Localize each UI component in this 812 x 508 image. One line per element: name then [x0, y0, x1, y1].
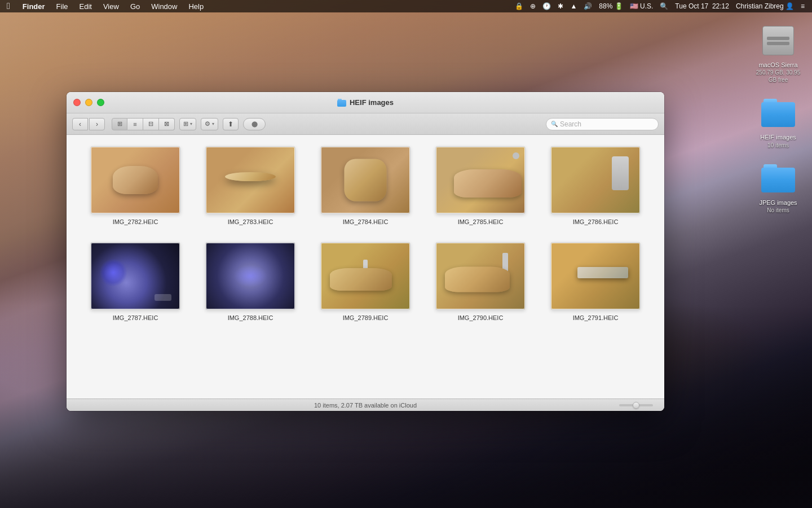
menubar-help[interactable]: Help [183, 0, 209, 12]
file-thumbnail-2786 [550, 146, 641, 214]
file-item-2788[interactable]: IMG_2788.HEIC [198, 242, 302, 321]
slider-thumb[interactable] [633, 402, 639, 409]
file-thumbnail-2790 [435, 242, 526, 310]
back-button[interactable]: ‹ [72, 118, 88, 130]
file-name-2785: IMG_2785.HEIC [458, 218, 504, 225]
file-item-2786[interactable]: IMG_2786.HEIC [544, 146, 647, 225]
folder-jpeg-img [760, 160, 796, 196]
file-name-2786: IMG_2786.HEIC [573, 218, 619, 225]
size-slider[interactable] [619, 404, 653, 406]
search-input[interactable] [560, 120, 654, 128]
menubar-file[interactable]: File [51, 0, 74, 12]
menubar-finder[interactable]: Finder [17, 0, 51, 12]
menubar-window[interactable]: Window [145, 0, 183, 12]
file-thumbnail-2783 [205, 146, 295, 214]
file-name-2783: IMG_2783.HEIC [228, 218, 273, 225]
view-icon-button[interactable]: ⊞ [112, 118, 127, 130]
apple-menu[interactable]:  [0, 0, 17, 12]
group-button[interactable]: ⊞ ▾ [179, 118, 196, 130]
menubar-bluetooth: ✱ [555, 0, 566, 12]
status-bar: 10 items, 2.07 TB available on iCloud [67, 398, 664, 411]
window-title-text: HEIF images [350, 98, 394, 107]
file-name-2789: IMG_2789.HEIC [343, 314, 389, 321]
menubar-edit[interactable]: Edit [74, 0, 98, 12]
menubar-notification-center[interactable]: ≡ [798, 0, 807, 12]
desktop-icon-jpeg-label: JPEG images No items [759, 199, 797, 214]
action-chevron: ▾ [212, 121, 214, 126]
window-titlebar: HEIF images [67, 92, 664, 113]
window-controls [67, 99, 104, 106]
hdd-icon-img [760, 23, 796, 59]
status-text: 10 items, 2.07 TB available on iCloud [314, 402, 417, 409]
window-toolbar: ‹ › ⊞ ≡ ⊟ ⊠ ⊞ ▾ ⚙ ▾ ⬆ ⬤ 🔍 [67, 113, 664, 135]
search-box[interactable]: 🔍 [546, 118, 659, 130]
file-thumbnail-2785 [435, 146, 526, 214]
file-item-2791[interactable]: IMG_2791.HEIC [544, 242, 647, 321]
file-item-2784[interactable]: IMG_2784.HEIC [314, 146, 417, 225]
forward-button[interactable]: › [89, 118, 105, 130]
hdd-icon-graphic [762, 26, 794, 55]
window-title: HEIF images [337, 98, 394, 107]
folder-heif-img [760, 95, 796, 131]
menubar-timemachine: 🕐 [540, 0, 554, 12]
finder-window: HEIF images ‹ › ⊞ ≡ ⊟ ⊠ ⊞ ▾ ⚙ ▾ ⬆ ⬤ [67, 92, 664, 411]
file-grid: IMG_2782.HEIC IMG_2783.HEIC IMG_2784.HEI… [67, 135, 664, 398]
view-cover-button[interactable]: ⊠ [159, 118, 175, 130]
menubar-language: 🇺🇸 U.S. [627, 0, 656, 12]
file-item-2785[interactable]: IMG_2785.HEIC [429, 146, 532, 225]
desktop-icon-macos-sierra[interactable]: macOS Sierra 250.79 GB, 30.95 GB free [756, 23, 801, 84]
menubar-volume: 🔊 [581, 0, 595, 12]
file-thumbnail-2787 [90, 242, 180, 310]
desktop-icon-macos-sierra-label: macOS Sierra 250.79 GB, 30.95 GB free [756, 61, 801, 84]
menubar-wifi: ▲ [567, 0, 580, 12]
file-item-2782[interactable]: IMG_2782.HEIC [83, 146, 187, 225]
title-folder-icon [337, 99, 346, 107]
folder-jpeg-graphic [761, 164, 795, 192]
file-thumbnail-2789 [320, 242, 411, 310]
file-item-2790[interactable]: IMG_2790.HEIC [429, 242, 532, 321]
window-maximize-button[interactable] [97, 99, 104, 106]
view-buttons: ⊞ ≡ ⊟ ⊠ [112, 118, 175, 130]
window-close-button[interactable] [73, 99, 81, 106]
menubar-datetime: Tue Oct 17 22:12 [672, 0, 732, 12]
desktop-icon-heif-label: HEIF images 10 items [760, 133, 796, 148]
menubar-view[interactable]: View [98, 0, 125, 12]
action-button[interactable]: ⚙ ▾ [201, 118, 218, 130]
tag-button[interactable]: ⬤ [243, 118, 266, 130]
file-name-2782: IMG_2782.HEIC [113, 218, 158, 225]
view-column-button[interactable]: ⊟ [143, 118, 159, 130]
menubar-battery: 88% 🔋 [596, 0, 625, 12]
menubar-username[interactable]: Christian Zibreg 👤 [733, 0, 797, 12]
file-name-2788: IMG_2788.HEIC [228, 314, 273, 321]
file-name-2790: IMG_2790.HEIC [458, 314, 504, 321]
menubar-lock: 🔒 [512, 0, 526, 12]
menubar-right: 🔒 ⊕ 🕐 ✱ ▲ 🔊 88% 🔋 🇺🇸 U.S. 🔍 Tue Oct 17 2… [512, 0, 812, 12]
view-list-button[interactable]: ≡ [127, 118, 143, 130]
folder-heif-graphic [761, 99, 795, 127]
file-name-2791: IMG_2791.HEIC [573, 314, 619, 321]
toolbar-nav: ‹ › [72, 118, 105, 130]
menubar-spotlight[interactable]: 🔍 [657, 0, 671, 12]
desktop-icon-jpeg-images[interactable]: JPEG images No items [756, 160, 801, 214]
menubar-target: ⊕ [527, 0, 539, 12]
share-button[interactable]: ⬆ [223, 118, 239, 130]
file-name-2784: IMG_2784.HEIC [343, 218, 389, 225]
file-thumbnail-2791 [550, 242, 641, 310]
file-thumbnail-2784 [320, 146, 411, 214]
file-thumbnail-2788 [205, 242, 295, 310]
file-name-2787: IMG_2787.HEIC [113, 314, 158, 321]
menubar-go[interactable]: Go [125, 0, 145, 12]
search-icon: 🔍 [551, 121, 558, 127]
menubar-left:  Finder File Edit View Go Window Help [0, 0, 209, 12]
menubar:  Finder File Edit View Go Window Help 🔒… [0, 0, 812, 12]
desktop-icon-heif-images[interactable]: HEIF images 10 items [756, 95, 801, 148]
file-item-2789[interactable]: IMG_2789.HEIC [314, 242, 417, 321]
file-item-2787[interactable]: IMG_2787.HEIC [83, 242, 187, 321]
group-chevron: ▾ [190, 121, 192, 126]
file-thumbnail-2782 [90, 146, 180, 214]
desktop-icons-container: macOS Sierra 250.79 GB, 30.95 GB free HE… [756, 23, 801, 214]
window-minimize-button[interactable] [85, 99, 92, 106]
file-item-2783[interactable]: IMG_2783.HEIC [198, 146, 302, 225]
slider-track [619, 404, 653, 406]
